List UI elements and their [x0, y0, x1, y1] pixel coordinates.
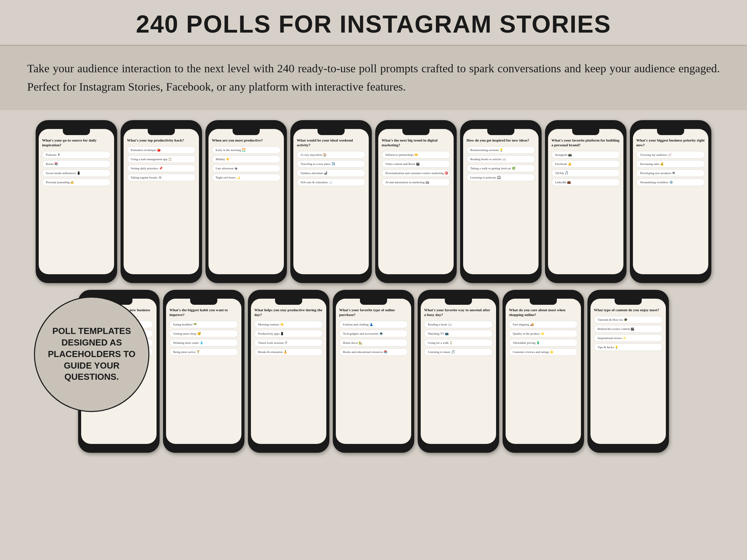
poll-option: Reading a book 📖: [424, 321, 493, 328]
poll-question: When are you most productive?: [212, 138, 280, 143]
poll-option: Late afternoon 🌤: [212, 165, 280, 172]
poll-option: Fashion and clothing 👗: [339, 321, 408, 328]
top-phones-row: What's your go-to source for daily inspi…: [7, 120, 740, 283]
phone-mockup: What's your biggest business priority ri…: [630, 120, 711, 283]
poll-option: Tips & hacks 💡: [594, 343, 662, 351]
poll-question: What's your favorite platform for buildi…: [551, 138, 620, 148]
poll-question: What's your favorite way to unwind after…: [424, 307, 493, 317]
poll-option: Eating healthier 🥗: [169, 321, 238, 328]
poll-option: A cozy staycation 🏠: [297, 151, 365, 158]
poll-question: What would be your ideal weekend activit…: [297, 138, 365, 148]
phone-mockup: What's your favorite way to unwind after…: [418, 290, 499, 453]
phones-area: What's your go-to source for daily inspi…: [0, 110, 747, 470]
poll-option: Social media influencers 📱: [42, 169, 111, 177]
phone-mockup: What would be your ideal weekend activit…: [290, 120, 372, 283]
poll-option: TikTok 🎵: [551, 169, 620, 177]
overlay-circle: POLL TEMPLATES DESIGNED AS PLACEHOLDERS …: [34, 297, 149, 412]
page-title: 240 POLLS FOR INSTAGRAM STORIES: [20, 10, 727, 38]
phone-mockup: What helps you stay productive during th…: [248, 290, 329, 453]
poll-option: Growing my audience 📈: [636, 151, 705, 158]
phone-notch: [190, 299, 217, 305]
phone-notch: [445, 299, 472, 305]
poll-option: Personalization and customer-centric mar…: [382, 169, 450, 177]
overlay-text: POLL TEMPLATES DESIGNED AS PLACEHOLDERS …: [35, 319, 148, 390]
poll-option: Books 📚: [42, 160, 111, 168]
poll-option: LinkedIn 💼: [551, 179, 620, 186]
poll-option: Tech gadgets and accessories 💻: [339, 330, 408, 337]
poll-question: What's the biggest habit you want to imp…: [169, 307, 238, 317]
poll-option: AI and automation in marketing 🤖: [382, 179, 450, 186]
poll-option: Affordable pricing 💲: [509, 339, 578, 347]
poll-option: Productivity apps 📱: [254, 330, 323, 337]
poll-option: Night owl hours 🌙: [212, 174, 280, 181]
phone-mockup: What's your top productivity hack?Pomodo…: [121, 120, 202, 283]
phone-notch: [317, 129, 345, 135]
poll-option: Influencer partnerships 🤝: [382, 151, 450, 158]
poll-option: Developing new products 🛠: [636, 169, 705, 177]
poll-option: Timed work sessions ⏱: [254, 339, 323, 347]
phone-notch: [487, 129, 514, 135]
phone-notch: [63, 129, 90, 135]
phone-mockup: What's your favorite platform for buildi…: [545, 120, 626, 283]
poll-option: Self-care & relaxation 🛁: [297, 179, 365, 186]
poll-option: Morning routines ☀️: [254, 321, 323, 328]
poll-option: Personal journaling ✍️: [42, 179, 111, 186]
poll-option: Inspirational stories ✨: [594, 334, 662, 342]
phone-notch: [657, 129, 684, 135]
phone-notch: [402, 129, 430, 135]
poll-question: What do you care about most when shoppin…: [509, 307, 578, 317]
phone-mockup: What type of content do you enjoy most?T…: [587, 290, 669, 453]
poll-option: Instagram 📸: [551, 151, 620, 158]
phone-mockup: What's the biggest habit you want to imp…: [163, 290, 244, 453]
phone-notch: [233, 129, 260, 135]
poll-option: Reading books or articles 📖: [467, 155, 535, 163]
phone-notch: [615, 299, 642, 305]
phone-mockup: What's your go-to source for daily inspi…: [36, 120, 117, 283]
header: 240 POLLS FOR INSTAGRAM STORIES: [0, 0, 747, 46]
poll-option: Taking regular breaks ☕: [127, 174, 196, 181]
phone-mockup: How do you get inspired for new ideas?Br…: [460, 120, 542, 283]
poll-option: Going for a walk 🚶: [424, 339, 493, 347]
poll-option: Podcasts 🎙: [42, 151, 111, 158]
poll-option: Tutorials & How-tos 🎓: [594, 316, 662, 323]
description-section: Take your audience interaction to the ne…: [0, 46, 747, 110]
phone-notch: [572, 129, 599, 135]
poll-question: What helps you stay productive during th…: [254, 307, 323, 317]
poll-question: What's the next big trend in digital mar…: [382, 138, 450, 148]
poll-option: Using a task management app 📋: [127, 155, 196, 163]
poll-option: Books and educational resources 📚: [339, 348, 408, 356]
poll-option: Traveling to a new place ✈️: [297, 160, 365, 168]
poll-option: Setting daily priorities 📌: [127, 165, 196, 172]
poll-option: Pomodoro technique 🍅: [127, 146, 196, 154]
poll-option: Midday ☀️: [212, 155, 280, 163]
poll-option: Early in the morning 🌅: [212, 146, 280, 154]
poll-question: What type of content do you enjoy most?: [594, 307, 662, 312]
poll-question: What's your go-to source for daily inspi…: [42, 138, 111, 148]
phone-notch: [360, 299, 387, 305]
phone-notch: [275, 299, 302, 305]
poll-question: What's your top productivity hack?: [127, 138, 196, 143]
poll-option: Home decor 🏡: [339, 339, 408, 347]
phone-notch: [148, 129, 175, 135]
poll-option: Listening to music 🎵: [424, 348, 493, 356]
description-text: Take your audience interaction to the ne…: [27, 59, 720, 96]
poll-option: Breaks & relaxation 🧘: [254, 348, 323, 356]
poll-option: Fast shipping 🚚: [509, 321, 578, 328]
poll-option: Drinking more water 💧: [169, 339, 238, 347]
poll-question: How do you get inspired for new ideas?: [467, 138, 535, 143]
phone-mockup: What's the next big trend in digital mar…: [375, 120, 457, 283]
poll-option: Taking a walk or getting fresh air 🌿: [467, 165, 535, 172]
poll-option: Streamlining workflow ⚙️: [636, 179, 705, 186]
poll-option: Getting more sleep 😴: [169, 330, 238, 337]
poll-question: What's your biggest business priority ri…: [636, 138, 705, 148]
poll-option: Quality of the product ⭐: [509, 330, 578, 337]
poll-option: Watching TV 📺: [424, 330, 493, 337]
phone-mockup: When are you most productive?Early in th…: [205, 120, 287, 283]
poll-option: Video content and Reels 🎬: [382, 160, 450, 168]
poll-option: Listening to podcasts 🎧: [467, 174, 535, 181]
bottom-row-container: How do you prefer learning new business …: [7, 290, 740, 453]
poll-option: Outdoor adventure 🏕: [297, 169, 365, 177]
poll-question: What's your favorite type of online purc…: [339, 307, 408, 317]
poll-option: Increasing sales 💰: [636, 160, 705, 168]
phone-mockup: What's your favorite type of online purc…: [333, 290, 414, 453]
